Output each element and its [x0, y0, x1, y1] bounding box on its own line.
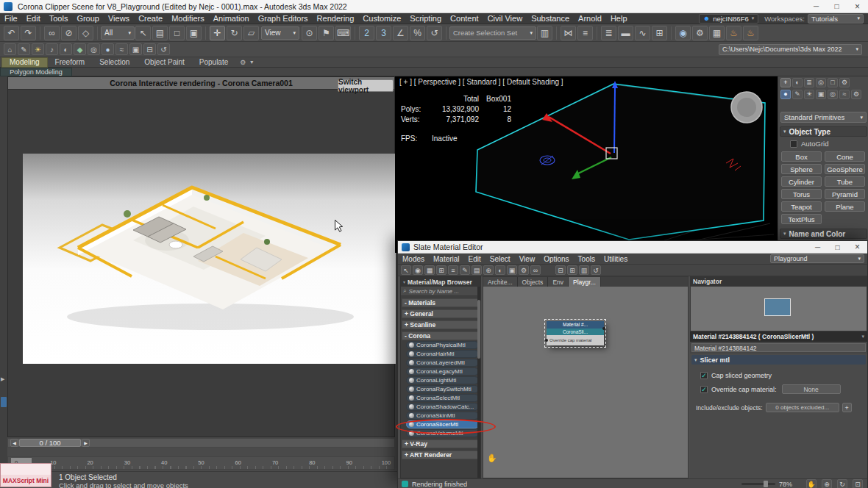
menu-modifiers[interactable]: Modifiers [167, 14, 209, 23]
maxscript-mini-listener[interactable]: MAXScript Mini [0, 463, 51, 487]
crossing-selection-icon[interactable]: ▣ [186, 26, 202, 40]
node-slot[interactable]: Override cap material [547, 335, 604, 345]
close-button[interactable]: × [847, 241, 867, 254]
modify-panel-tab[interactable]: ◐ [792, 78, 803, 87]
track-bar[interactable]: 0 10 20 30 40 50 60 70 80 90 100 [7, 456, 395, 470]
settings-icon[interactable]: ⚙ [519, 265, 529, 275]
select-by-name-icon[interactable]: ▤ [152, 26, 168, 40]
close-button[interactable]: × [847, 0, 867, 12]
workspaces-dropdown[interactable]: Tutorials ▾ [808, 14, 864, 24]
autogrid-checkbox[interactable] [790, 140, 797, 148]
viewport-layout-tab[interactable] [1, 397, 7, 407]
spin-tool-icon[interactable]: ↺ [157, 43, 170, 55]
node-view[interactable]: Archite... Objects Env Playgr... Materia… [483, 276, 689, 478]
node-subtitle[interactable]: CoronaSli... [547, 329, 604, 335]
ribbon-tab-selection[interactable]: Selection [92, 58, 137, 66]
unlink-icon[interactable]: ⊘ [61, 26, 77, 40]
angle-snap-icon[interactable]: ∠ [393, 26, 408, 40]
navigator-header[interactable]: Navigator [690, 276, 867, 286]
menu-options[interactable]: Options [539, 255, 573, 263]
zoom-tool-icon[interactable]: ⊕ [483, 265, 494, 275]
primitive-button-cylinder[interactable]: Cylinder [781, 176, 822, 187]
ribbon-tab-populate[interactable]: Populate [192, 58, 235, 66]
tab-env[interactable]: Env [548, 277, 569, 287]
tab-architectural[interactable]: Archite... [483, 277, 518, 287]
corona-render-viewport[interactable]: Corona Interactive rendering - Corona Ca… [7, 76, 395, 437]
helpers-category-icon[interactable]: ◎ [828, 90, 838, 99]
shaded-icon[interactable]: ◐ [495, 265, 505, 275]
bind-spacewarp-icon[interactable]: ◇ [78, 26, 93, 40]
pan-view-icon[interactable]: ✋ [806, 479, 817, 488]
layer-manager-icon[interactable]: ≣ [601, 26, 616, 40]
grid-tool-icon[interactable]: ⊟ [143, 43, 156, 55]
menu-create[interactable]: Create [134, 14, 167, 23]
orbit-view-icon[interactable]: ↻ [837, 479, 847, 488]
primitive-button-cone[interactable]: Cone [825, 151, 865, 162]
spinner-snap-icon[interactable]: ↺ [427, 26, 442, 40]
browser-group-vray[interactable]: + V-Ray [402, 439, 480, 448]
chevron-down-icon[interactable]: ▾ [250, 59, 253, 65]
named-selection-set-field[interactable]: Create Selection Set ▾ [449, 26, 536, 40]
display-panel-tab[interactable]: □ [828, 78, 838, 87]
render-production-icon[interactable]: ♨ [726, 26, 741, 40]
primitive-category-dropdown[interactable]: Standard Primitives ▾ [780, 112, 867, 123]
render-iterative-icon[interactable]: ♨ [743, 26, 758, 40]
menu-material[interactable]: Material [429, 255, 464, 263]
wave-tool-icon[interactable]: ≈ [115, 43, 128, 55]
navigator-thumbnail[interactable] [764, 298, 791, 316]
align-icon[interactable]: ≡ [577, 26, 593, 40]
menu-edit[interactable]: Edit [464, 255, 485, 263]
assign-material-icon[interactable]: ▦ [424, 265, 435, 275]
utilities-panel-tab[interactable]: ⚙ [839, 78, 850, 87]
material-node[interactable]: Material #... CoronaSli... Override cap … [547, 321, 604, 345]
material-item[interactable]: CoronaLightMtl [406, 376, 479, 384]
slicer-rollout[interactable]: ▾ Slicer mtl [691, 355, 866, 365]
material-item[interactable]: CoronaLegacyMtl [406, 367, 479, 376]
viewport-label[interactable]: [ + ] [ Perspective ] [ Standard ] [ Def… [399, 78, 563, 86]
cap-sliced-checkbox[interactable]: ✓ [700, 372, 708, 379]
menu-civil-view[interactable]: Civil View [483, 14, 527, 23]
light-tool-icon[interactable]: ☀ [32, 43, 44, 55]
percent-snap-icon[interactable]: % [410, 26, 425, 40]
menu-content[interactable]: Content [446, 14, 483, 23]
time-slider-left-arrow[interactable]: ◀ [10, 439, 18, 447]
show-end-result-icon[interactable]: ≡ [448, 265, 458, 275]
project-folder-dropdown[interactable]: C:\Users\Nejc\Documents\3ds Max 2022 ▾ [719, 44, 862, 55]
primitive-button-textplus[interactable]: TextPlus [781, 214, 822, 224]
toggle-ribbon-icon[interactable]: ▬ [618, 26, 633, 40]
undo-icon[interactable]: ↶ [4, 26, 19, 40]
expand-tray-icon[interactable]: ▶ [1, 376, 4, 382]
curve-editor-icon[interactable]: ∿ [635, 26, 650, 40]
menu-rendering[interactable]: Rendering [313, 14, 359, 23]
use-pivot-center-icon[interactable]: ⊙ [302, 26, 317, 40]
select-link-icon[interactable]: ∞ [44, 26, 60, 40]
pick-material-icon[interactable]: ◉ [413, 265, 423, 275]
geometry-category-icon[interactable]: ● [780, 90, 791, 99]
material-item[interactable]: CoronaHairMtl [406, 350, 479, 358]
menu-group[interactable]: Group [72, 14, 104, 23]
time-slider-thumb[interactable]: 0 / 100 [19, 439, 81, 447]
material-name-field[interactable]: Material #2143884142 [691, 343, 866, 352]
menu-tools[interactable]: Tools [45, 14, 73, 23]
menu-graph-editors[interactable]: Graph Editors [254, 14, 313, 23]
material-item[interactable]: CoronaRaySwitchMtl [406, 385, 479, 393]
selection-filter-dropdown[interactable]: All ▾ [101, 26, 135, 40]
material-editor-icon[interactable]: ◉ [675, 26, 691, 40]
browser-search[interactable]: ⌕ Search by Name ... [401, 287, 480, 296]
browser-group-corona[interactable]: - Corona [402, 331, 480, 340]
select-scale-icon[interactable]: ▱ [243, 26, 259, 40]
node-socket[interactable] [602, 327, 605, 330]
render-setup-icon[interactable]: ⚙ [692, 26, 708, 40]
switch-viewport-button[interactable]: Switch viewport [338, 79, 394, 92]
user-account-dropdown[interactable]: ☻ nejcIN86F6 ▾ [699, 14, 759, 24]
menu-view[interactable]: View [515, 255, 540, 263]
material-tool-icon[interactable]: ◆ [74, 43, 86, 55]
override-cap-checkbox[interactable]: ✓ [700, 386, 708, 393]
select-tool-icon[interactable]: ↖ [401, 265, 411, 275]
pan-mode-icon[interactable]: ↺ [591, 265, 601, 275]
menu-scripting[interactable]: Scripting [405, 14, 446, 23]
ribbon-options-icon[interactable]: ⚙ [240, 59, 246, 66]
link-tool-icon[interactable]: ∞ [530, 265, 541, 275]
shading-tool-icon[interactable]: ◐ [60, 43, 72, 55]
primitive-button-geosphere[interactable]: GeoSphere [825, 164, 865, 174]
